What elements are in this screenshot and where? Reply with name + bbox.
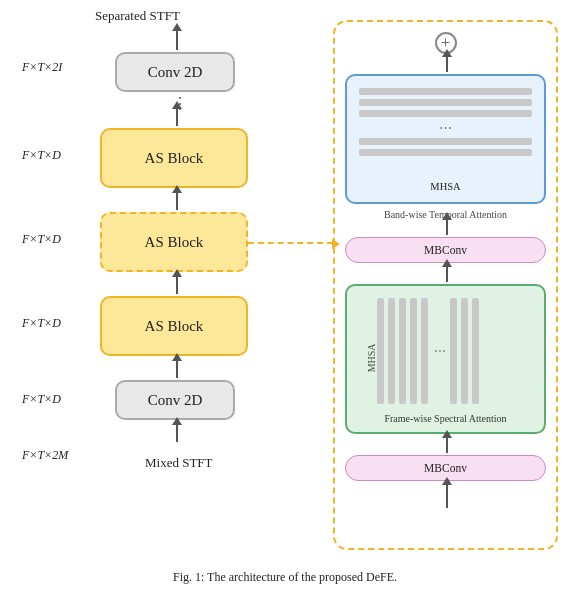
- asblock1-dim-label: F×T×D: [22, 148, 61, 163]
- arrow-bta-plus: [446, 56, 448, 72]
- asblock1-box: AS Block: [100, 128, 248, 188]
- arrow-as2-as3: [176, 276, 178, 294]
- dashed-arrow-to-right: [248, 242, 333, 244]
- asblock3-dim-label: F×T×D: [22, 316, 61, 331]
- mhsa-top-label: MHSA: [347, 181, 544, 192]
- mixed-stft-dim-label: F×T×2M: [22, 448, 68, 463]
- arrow-fsa-mbconv: [446, 266, 448, 282]
- right-col-container: + ⋯ MHSA Band-wise Temporal Attention MB…: [333, 20, 558, 550]
- arrow-as3-conv2: [176, 360, 178, 378]
- mhsa-left-label: MHSA: [366, 343, 377, 372]
- arrow-mbconv-bta: [446, 219, 448, 235]
- arrow-conv-as1: [176, 108, 178, 126]
- separated-stft-label: Separated STFT: [95, 8, 180, 24]
- fsa-box: ⋯ MHSA Frame-wise Spectral Attention: [345, 284, 546, 434]
- diagram: Separated STFT Conv 2D F×T×2I ⋮ AS Block…: [0, 0, 570, 590]
- conv2d-top-dim-label: F×T×2I: [22, 60, 62, 75]
- arrow-mixed-conv: [176, 424, 178, 442]
- conv2d-bot-box: Conv 2D: [115, 380, 235, 420]
- asblock2-box: AS Block: [100, 212, 248, 272]
- arrow-to-stft: [176, 30, 178, 50]
- asblock2-dim-label: F×T×D: [22, 232, 61, 247]
- arrow-bot-mbconv: [446, 484, 448, 508]
- arrow-as1-as2: [176, 192, 178, 210]
- conv2d-top-box: Conv 2D: [115, 52, 235, 92]
- asblock3-box: AS Block: [100, 296, 248, 356]
- bta-box: ⋯ MHSA Band-wise Temporal Attention: [345, 74, 546, 204]
- mixed-stft-label: Mixed STFT: [145, 455, 213, 471]
- arrow-mbconv-fsa: [446, 437, 448, 453]
- figure-caption: Fig. 1: The architecture of the proposed…: [0, 570, 570, 585]
- conv2d-bot-dim-label: F×T×D: [22, 392, 61, 407]
- fsa-label: Frame-wise Spectral Attention: [347, 413, 544, 424]
